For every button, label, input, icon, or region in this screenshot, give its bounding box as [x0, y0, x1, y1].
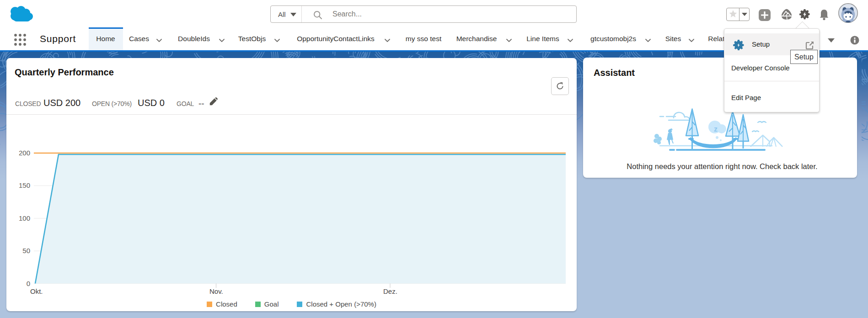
svg-text:z: z — [714, 125, 718, 133]
svg-text:0: 0 — [27, 280, 30, 287]
svg-text:100: 100 — [19, 214, 30, 222]
svg-text:Nov.: Nov. — [209, 287, 223, 295]
svg-text:200: 200 — [19, 149, 30, 157]
svg-text:50: 50 — [22, 247, 30, 254]
svg-text:Dez.: Dez. — [383, 287, 397, 295]
svg-text:Okt.: Okt. — [30, 287, 43, 295]
svg-text:150: 150 — [19, 181, 30, 189]
